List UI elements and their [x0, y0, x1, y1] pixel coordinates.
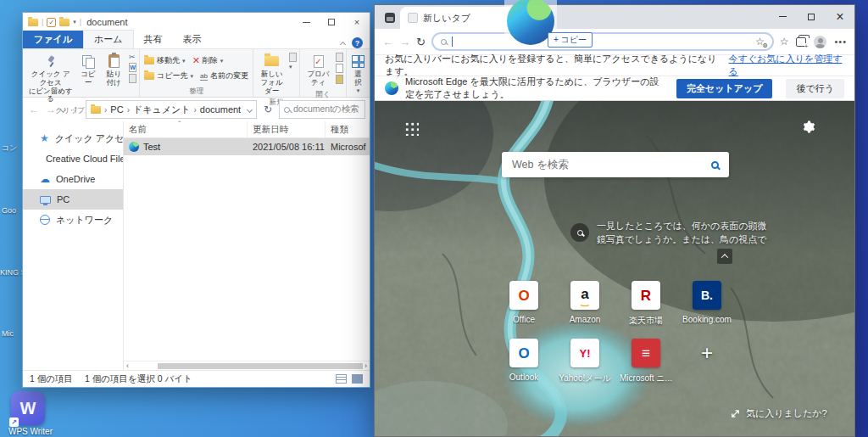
new-folder-qat-icon[interactable] — [59, 19, 70, 26]
image-info-magnifier-icon[interactable] — [570, 223, 589, 242]
address-bar[interactable]: ☆⚙ — [431, 32, 774, 51]
copy-path-icon[interactable]: W — [129, 63, 136, 72]
search-placeholder: Web を検索 — [512, 158, 711, 172]
desktop-icon-label[interactable]: KING S — [0, 268, 22, 277]
move-to-button[interactable]: 移動先▾ — [142, 54, 187, 67]
shortcut-outlook[interactable]: O Outlook — [493, 339, 554, 396]
copy-to-button[interactable]: コピー先▾ — [142, 70, 195, 82]
sidebar-item-pc[interactable]: PC — [23, 189, 123, 210]
open-icon[interactable] — [336, 53, 343, 62]
breadcrumb-documents[interactable]: ドキュメント — [133, 104, 191, 116]
explorer-titlebar[interactable]: | ✓ ▾ | document × — [23, 13, 370, 31]
help-icon[interactable]: ? — [352, 37, 363, 48]
tab-actions-button[interactable] — [380, 8, 400, 28]
explorer-search-input[interactable]: documentの検索 — [279, 100, 365, 119]
paste-button[interactable]: 貼り付け — [101, 51, 128, 89]
web-search-input[interactable]: Web を検索 — [502, 152, 729, 177]
maximize-button[interactable] — [797, 5, 826, 28]
close-button[interactable]: × — [344, 14, 370, 31]
scroll-left-icon[interactable]: ‹ — [124, 361, 129, 370]
column-header-type[interactable]: 種類 — [326, 121, 370, 137]
setup-notice-bar: Microsoft Edge を最大限に活用するために、ブラウザーの設定を完了さ… — [375, 76, 854, 101]
new-item-dropdown-icon[interactable]: ▾ — [289, 64, 297, 70]
collapse-caption-button[interactable] — [717, 249, 732, 264]
back-button[interactable]: ← — [382, 36, 393, 48]
add-favorite-icon[interactable]: ☆⚙ — [755, 36, 765, 48]
settings-more-icon[interactable]: ••• — [834, 36, 847, 47]
cut-icon[interactable]: ✂ — [129, 53, 136, 61]
desktop-icon-label[interactable]: Goo — [2, 206, 24, 215]
shortcut-microsoft-news[interactable]: ≡ Microsoft ニ... — [615, 339, 676, 396]
properties-qat-icon[interactable]: ✓ — [47, 18, 56, 27]
large-icons-view-icon[interactable] — [352, 374, 363, 384]
minimize-button[interactable] — [293, 14, 319, 31]
breadcrumb-dropdown-icon[interactable] — [247, 106, 253, 112]
new-item-icon[interactable] — [289, 53, 297, 62]
horizontal-scrollbar[interactable]: ‹ › — [124, 361, 370, 370]
shortcut-office[interactable]: O Office — [493, 281, 554, 339]
history-icon[interactable] — [336, 75, 343, 84]
manage-favorites-link[interactable]: 今すぐお気に入りを管理する — [729, 53, 844, 78]
shortcut-booking[interactable]: B. Booking.com — [676, 281, 737, 339]
column-header-modified[interactable]: 更新日時 — [248, 121, 326, 137]
select-button[interactable]: 選択▾ — [349, 51, 367, 96]
recent-locations-icon[interactable] — [60, 106, 66, 112]
file-row-test[interactable]: Test 2021/05/08 16:11 Microsof — [124, 138, 370, 155]
app-launcher-grid-icon[interactable] — [404, 121, 419, 136]
back-button[interactable]: ← — [27, 104, 41, 115]
forward-button[interactable]: → — [44, 104, 58, 115]
tab-home[interactable]: ホーム — [83, 30, 134, 48]
shortcut-amazon[interactable]: a ‿ Amazon — [554, 281, 615, 339]
setup-notice-text: Microsoft Edge を最大限に活用するために、ブラウザーの設定を完了さ… — [405, 76, 659, 101]
full-setup-button[interactable]: 完全セットアップ — [676, 79, 773, 98]
desktop-icon-label[interactable]: コン — [2, 143, 24, 154]
tab-file[interactable]: ファイル — [23, 31, 83, 48]
like-prompt[interactable]: 気に入りましたか? — [731, 407, 827, 420]
ribbon-tabs: ファイル ホーム 共有 表示 ? — [23, 31, 370, 49]
page-settings-gear-icon[interactable] — [801, 120, 815, 137]
paste-shortcut-icon[interactable] — [129, 74, 136, 83]
do-later-button[interactable]: 後で行う — [786, 79, 844, 98]
desktop-icon-label[interactable]: Mic — [2, 329, 24, 338]
sidebar-item-quick-access[interactable]: ★ クイック アクセス — [23, 128, 123, 148]
delete-button[interactable]: ✕ 削除▾ — [191, 54, 225, 67]
ribbon-group-clipboard: クイック アクセスにピン留めする コピー 貼り付け ✂ W — [23, 49, 140, 97]
collapse-ribbon-icon[interactable] — [340, 41, 346, 47]
breadcrumb[interactable]: › PC › ドキュメント › document — [86, 100, 257, 119]
collections-icon[interactable] — [796, 37, 806, 47]
favorites-icon[interactable]: ☆ — [780, 36, 789, 48]
scroll-right-icon[interactable]: › — [364, 361, 370, 370]
add-shortcut-button[interactable]: + — [676, 339, 737, 396]
qat-dropdown-icon[interactable]: ▾ — [73, 19, 76, 25]
refresh-icon[interactable]: ↻ — [260, 104, 275, 115]
sidebar-item-network[interactable]: ネットワーク — [23, 210, 123, 230]
rename-button[interactable]: ab 名前の変更 — [198, 70, 250, 82]
profile-avatar[interactable] — [814, 36, 826, 48]
forward-button[interactable]: → — [399, 36, 410, 48]
new-folder-button[interactable]: 新しいフォルダー — [256, 51, 287, 97]
maximize-button[interactable] — [319, 14, 344, 31]
folder-icon[interactable] — [28, 19, 38, 26]
tab-bar[interactable]: 新しいタブ × — [375, 5, 854, 29]
details-view-icon[interactable] — [336, 374, 347, 384]
up-button[interactable]: ↑ — [69, 104, 82, 115]
properties-button[interactable]: ✓ プロパティ — [303, 51, 334, 89]
wps-writer-icon[interactable]: W ↗ — [11, 391, 45, 425]
shortcut-rakuten[interactable]: R 楽天市場 — [615, 281, 676, 339]
scrollbar-thumb[interactable] — [158, 363, 363, 369]
column-header-name[interactable]: 名前 — [124, 121, 248, 137]
minimize-button[interactable] — [768, 5, 797, 28]
breadcrumb-current[interactable]: document — [200, 104, 241, 115]
sidebar-item-creative-cloud[interactable]: Creative Cloud Files — [23, 148, 123, 169]
tab-view[interactable]: 表示 — [173, 31, 212, 48]
copy-button[interactable]: コピー — [77, 51, 98, 89]
new-folder-icon — [264, 56, 279, 66]
refresh-button[interactable]: ↻ — [416, 36, 426, 48]
close-button[interactable]: × — [826, 5, 854, 28]
tab-share[interactable]: 共有 — [134, 31, 173, 48]
edit-icon[interactable] — [336, 64, 343, 73]
breadcrumb-pc[interactable]: PC — [110, 104, 123, 115]
sidebar-item-onedrive[interactable]: ☁ OneDrive — [23, 169, 123, 189]
shortcut-yahoo-mail[interactable]: Y! Yahoo!メール — [554, 339, 615, 396]
file-explorer-window: | ✓ ▾ | document × ファイル ホーム 共有 表示 ? — [22, 12, 370, 388]
